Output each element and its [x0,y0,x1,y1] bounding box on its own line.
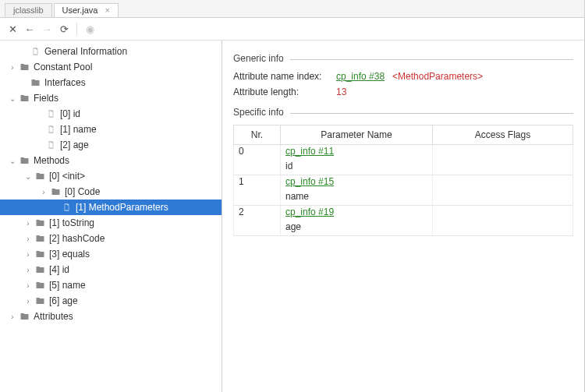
expand-icon [18,46,29,57]
tree-item-method-hashcode[interactable]: [2] hashCode [0,231,222,246]
tree-label: [2] hashCode [49,233,105,244]
cell-flags [433,175,573,191]
expand-icon [34,139,44,150]
tree-label: [5] name [49,280,86,291]
cpinfo-link[interactable]: cp_info #19 [285,207,334,217]
table-row[interactable]: age [234,221,573,236]
tree-item-init-methodparameters[interactable]: [1] MethodParameters [0,200,222,215]
chevron-right-icon[interactable] [38,186,49,197]
tree-item-method-id[interactable]: [4] id [0,262,222,277]
section-specific-info: Specific info [233,113,573,114]
refresh-icon[interactable]: ⟳ [58,23,70,35]
close-icon[interactable]: × [105,5,109,15]
folder-icon [50,186,61,197]
chevron-down-icon[interactable] [23,171,34,182]
col-pname[interactable]: Parameter Name [281,125,433,145]
parameters-table: Nr. Parameter Name Access Flags 0 cp_inf… [233,125,573,236]
tree-label: Fields [34,93,58,104]
toolbar: ✕ ← → ⟳ ◉ [0,18,584,41]
tree-item-general-information[interactable]: General Information [0,44,222,59]
cell-nr: 1 [234,175,281,191]
expand-icon [34,124,44,135]
tab-jclasslib[interactable]: jclasslib [5,3,52,17]
tree-item-fields[interactable]: Fields [0,90,222,106]
tree-item-methods[interactable]: Methods [0,153,222,168]
tree-label: [2] age [60,139,89,150]
section-title: Generic info [233,53,290,64]
tree-label: [4] id [49,264,69,275]
browser-icon[interactable]: ◉ [83,23,96,35]
table-row[interactable]: name [234,190,573,206]
chevron-right-icon[interactable] [23,217,34,228]
tree-item-init-code[interactable]: [0] Code [0,184,222,200]
chevron-right-icon[interactable] [7,311,18,322]
tree-label: Methods [34,155,69,166]
attr-name-index-value: <MethodParameters> [392,71,483,82]
expand-icon [18,77,29,88]
col-nr[interactable]: Nr. [234,125,281,145]
col-flags[interactable]: Access Flags [433,125,573,145]
cpinfo-link[interactable]: cp_info #11 [285,146,334,157]
tree-item-method-name[interactable]: [5] name [0,277,222,293]
tree-label: Constant Pool [34,62,92,72]
cell-nr: 2 [234,206,281,221]
tree-label: [0] Code [65,186,100,197]
tree-item-method-init[interactable]: [0] <init> [0,168,222,184]
cell-nr: 0 [234,145,281,161]
table-row[interactable]: id [234,160,573,175]
folder-icon [19,311,30,322]
table-header-row: Nr. Parameter Name Access Flags [234,125,573,145]
attr-name-index-link[interactable]: cp_info #38 [336,71,385,82]
tree-item-method-equals[interactable]: [3] equals [0,246,222,262]
folder-icon [19,155,30,166]
expand-icon [49,202,60,213]
tree-item-field-age[interactable]: [2] age [0,137,222,153]
tree-label: General Information [44,46,127,57]
tree-label: [1] name [60,124,97,135]
page-icon [30,46,41,57]
tree-item-constant-pool[interactable]: Constant Pool [0,59,222,75]
close-icon[interactable]: ✕ [6,23,19,35]
tree-item-field-name[interactable]: [1] name [0,122,222,137]
cell-param-name: id [281,160,433,175]
tree-item-attributes[interactable]: Attributes [0,309,222,324]
cell-param-name: name [281,190,433,206]
folder-icon [34,295,45,306]
cpinfo-link[interactable]: cp_info #15 [285,176,334,187]
attr-length-row: Attribute length: 13 [233,87,573,97]
table-row[interactable]: 1 cp_info #15 [234,175,573,191]
tree-item-interfaces[interactable]: Interfaces [0,75,222,90]
chevron-right-icon[interactable] [23,233,34,244]
folder-icon [34,171,45,182]
chevron-down-icon[interactable] [7,155,18,166]
back-icon[interactable]: ← [23,23,36,35]
folder-icon [19,93,30,104]
chevron-right-icon[interactable] [23,280,34,291]
tree-label: [0] id [60,108,80,119]
chevron-right-icon[interactable] [23,264,34,275]
folder-icon [34,264,45,275]
page-icon [45,124,56,135]
table-row[interactable]: 0 cp_info #11 [234,145,573,161]
structure-tree[interactable]: General Information Constant Pool Interf… [0,41,222,392]
tree-label: [1] toString [49,217,94,228]
folder-icon [34,280,45,291]
tab-user-java[interactable]: User.java × [54,3,119,17]
tree-label: Attributes [34,311,73,322]
attr-length-value: 13 [336,87,346,97]
expand-icon [34,108,44,119]
forward-icon[interactable]: → [41,23,53,35]
tree-label: [6] age [49,295,78,306]
tree-item-field-id[interactable]: [0] id [0,106,222,122]
tree-item-method-age[interactable]: [6] age [0,293,222,309]
section-generic-info: Generic info [233,59,573,60]
chevron-down-icon[interactable] [7,93,18,104]
folder-icon [34,217,45,228]
tree-item-method-tostring[interactable]: [1] toString [0,215,222,231]
chevron-right-icon[interactable] [23,295,34,306]
page-icon [45,108,56,119]
chevron-right-icon[interactable] [7,62,18,72]
chevron-right-icon[interactable] [23,249,34,260]
folder-icon [19,62,30,72]
table-row[interactable]: 2 cp_info #19 [234,206,573,221]
